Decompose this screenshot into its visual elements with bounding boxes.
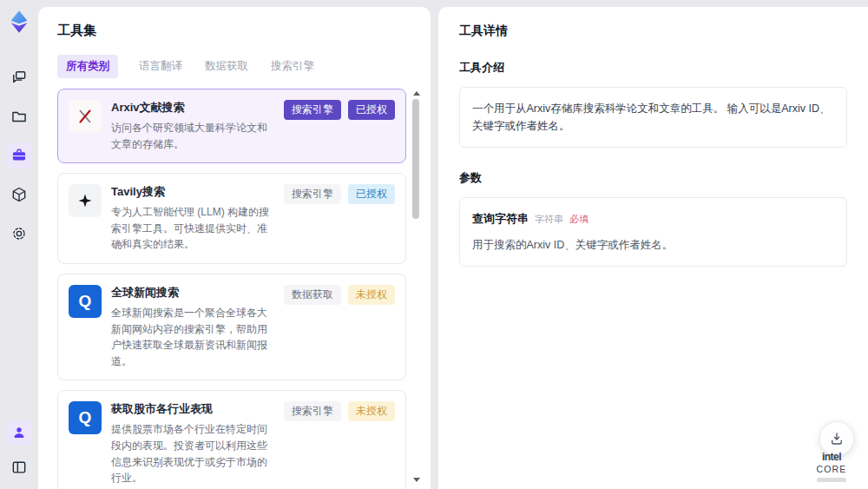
folder-icon[interactable] [6,103,32,129]
tool-card-global-news[interactable]: Q 全球新闻搜索 全球新闻搜索是一个聚合全球各大新闻网站内容的搜索引擎，帮助用户… [57,274,406,380]
category-badge: 搜索引擎 [284,100,341,120]
tool-card-sector-performance[interactable]: Q 获取股市各行业表现 提供股票市场各个行业在特定时间段内的表现。投资者可以利用… [57,390,406,489]
app-logo-icon [6,9,32,35]
app-window: 工具集 所有类别 语言翻译 数据获取 搜索引擎 Arxiv文献搜索 [0,0,868,489]
stock-tool-logo-icon: Q [69,401,102,434]
sidebar [0,0,38,489]
category-badge: 数据获取 [284,285,341,305]
detail-title: 工具详情 [459,23,847,39]
sidebar-bottom [6,420,32,480]
settings-gear-icon[interactable] [6,221,32,247]
tool-description: 提供股票市场各个行业在特定时间段内的表现。投资者可以利用这些信息来识别表现优于或… [111,421,274,486]
auth-badge: 已授权 [348,184,395,204]
tool-name: 全球新闻搜索 [111,285,274,301]
tab-search-engine[interactable]: 搜索引擎 [269,55,316,78]
tab-all-categories[interactable]: 所有类别 [57,55,118,78]
collapse-panel-icon[interactable] [6,454,32,480]
intro-box: 一个用于从Arxiv存储库搜索科学论文和文章的工具。 输入可以是Arxiv ID… [459,87,847,148]
sidebar-nav [6,64,32,247]
category-badge: 搜索引擎 [284,401,341,421]
intro-text: 一个用于从Arxiv存储库搜索科学论文和文章的工具。 输入可以是Arxiv ID… [472,102,831,132]
tool-name: Arxiv文献搜索 [111,100,274,116]
page-title: 工具集 [57,23,420,39]
tab-data-fetch[interactable]: 数据获取 [203,55,250,78]
tavily-star-icon [69,184,102,217]
scrollbar-thumb[interactable] [412,99,419,219]
tool-list-panel: 工具集 所有类别 语言翻译 数据获取 搜索引擎 Arxiv文献搜索 [38,7,431,489]
chat-icon[interactable] [6,64,32,90]
intro-heading: 工具介绍 [459,60,847,76]
auth-badge: 未授权 [348,401,395,421]
tool-detail-panel: 工具详情 工具介绍 一个用于从Arxiv存储库搜索科学论文和文章的工具。 输入可… [438,7,868,489]
tool-description: 专为人工智能代理 (LLM) 构建的搜索引擎工具。可快速提供实时、准确和真实的结… [111,204,274,253]
category-tabs: 所有类别 语言翻译 数据获取 搜索引擎 [57,55,420,78]
param-name: 查询字符串 [472,210,529,228]
user-icon[interactable] [6,420,32,446]
list-scrollbar[interactable] [411,89,420,489]
tool-description: 访问各个研究领域大量科学论文和文章的存储库。 [111,120,274,152]
cube-icon[interactable] [6,182,32,208]
params-heading: 参数 [459,170,847,186]
content-panels: 工具集 所有类别 语言翻译 数据获取 搜索引擎 Arxiv文献搜索 [38,0,868,489]
tool-card-tavily[interactable]: Tavily搜索 专为人工智能代理 (LLM) 构建的搜索引擎工具。可快速提供实… [57,173,406,264]
auth-badge: 已授权 [348,100,395,120]
tool-card-arxiv[interactable]: Arxiv文献搜索 访问各个研究领域大量科学论文和文章的存储库。 搜索引擎 已授… [57,89,406,163]
category-badge: 搜索引擎 [284,184,341,204]
arxiv-logo-icon [69,100,102,133]
scroll-down-arrow-icon[interactable] [413,478,420,482]
tool-name: 获取股市各行业表现 [111,401,274,417]
brand-core: CORE [816,464,846,474]
auth-badge: 未授权 [348,285,395,305]
param-type: 字符串 [535,212,563,228]
scroll-up-arrow-icon[interactable] [413,91,420,96]
news-search-logo-icon: Q [69,285,102,318]
tool-description: 全球新闻搜索是一个聚合全球各大新闻网站内容的搜索引擎，帮助用户快速获取全球最新资… [111,305,274,369]
brand-subtext-bar [817,478,846,482]
brand-intel: intel [822,451,841,463]
param-description: 用于搜索的Arxiv ID、关键字或作者姓名。 [472,236,834,254]
tool-list: Arxiv文献搜索 访问各个研究领域大量科学论文和文章的存储库。 搜索引擎 已授… [57,89,420,489]
toolbox-icon-active[interactable] [6,142,32,169]
intel-core-logo: intel CORE [807,451,856,482]
param-required-badge: 必填 [569,212,589,228]
parameter-box: 查询字符串 字符串 必填 用于搜索的Arxiv ID、关键字或作者姓名。 [459,197,847,267]
tool-name: Tavily搜索 [111,184,274,200]
tab-translation[interactable]: 语言翻译 [137,55,184,78]
